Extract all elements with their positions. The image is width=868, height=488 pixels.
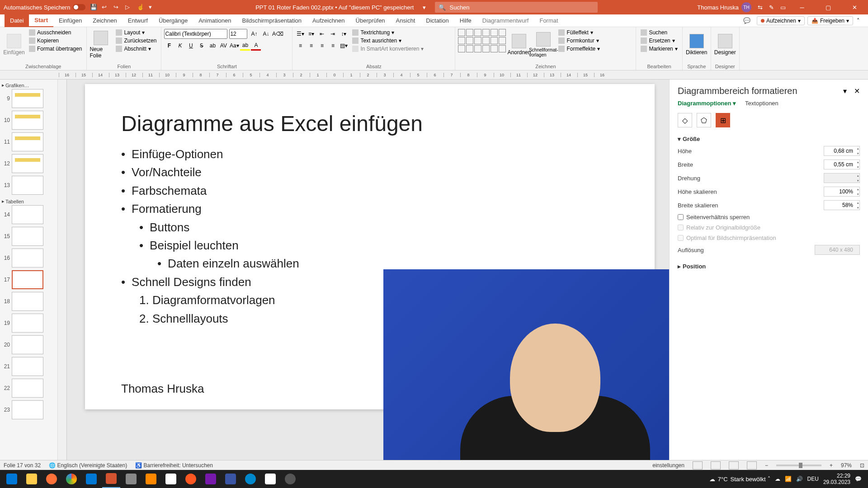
decrease-font-icon[interactable]: A↓ xyxy=(261,29,271,39)
underline-button[interactable]: U xyxy=(186,41,196,51)
columns-icon[interactable]: ▤▾ xyxy=(339,41,349,51)
replace-button[interactable]: Ersetzen ▾ xyxy=(639,37,679,44)
highlight-color-icon[interactable]: ab xyxy=(240,41,250,51)
slide-canvas[interactable]: Diagramme aus Excel einfügen Einfüge-Opt… xyxy=(58,80,669,462)
pane-close-icon[interactable]: ✕ xyxy=(854,87,860,95)
thumb-11[interactable]: 11 xyxy=(2,132,56,151)
language-indicator[interactable]: DEU xyxy=(807,476,819,482)
italic-button[interactable]: K xyxy=(175,41,185,51)
font-color-icon[interactable]: A xyxy=(251,41,261,51)
language-indicator[interactable]: 🌐 Englisch (Vereinigte Staaten) xyxy=(49,462,127,469)
align-left-icon[interactable]: ≡ xyxy=(295,41,305,51)
change-case-icon[interactable]: Aa▾ xyxy=(229,41,239,51)
shape-rect-icon[interactable] xyxy=(458,29,465,36)
undo-icon[interactable]: ↩ xyxy=(102,4,109,11)
shape-outline-button[interactable]: Formkontur ▾ xyxy=(557,37,602,44)
justify-icon[interactable]: ≡ xyxy=(328,41,338,51)
slideshow-view-icon[interactable] xyxy=(747,461,757,469)
tab-review[interactable]: Überprüfen xyxy=(350,14,391,27)
chrome-icon[interactable] xyxy=(62,470,80,488)
slide-title[interactable]: Diagramme aus Excel einfügen xyxy=(85,84,655,145)
weather-widget[interactable]: ☁ 7°C Stark bewölkt xyxy=(709,476,766,483)
dictate-button[interactable]: Diktieren xyxy=(685,29,708,61)
designer-button[interactable]: Designer xyxy=(714,29,736,61)
app-icon[interactable] xyxy=(122,470,140,488)
thumb-21[interactable]: 21 xyxy=(2,357,56,376)
width-input[interactable] xyxy=(824,160,860,169)
new-slide-button[interactable]: Neue Folie xyxy=(90,29,112,61)
font-size-select[interactable] xyxy=(229,29,247,39)
fit-to-window-icon[interactable]: ⊡ xyxy=(860,462,864,469)
slide-thumbnails-panel[interactable]: ▸ Grafiken… 9 10 11 12 13 ▸ Tabellen 14 … xyxy=(0,80,58,462)
thumb-19[interactable]: 19 xyxy=(2,314,56,333)
slideshow-icon[interactable]: ▷ xyxy=(125,4,132,11)
zoom-level[interactable]: 97% xyxy=(841,462,852,469)
bold-button[interactable]: F xyxy=(164,41,174,51)
clear-formatting-icon[interactable]: A⌫ xyxy=(273,29,283,39)
pane-tab-chart-options[interactable]: Diagrammoptionen ▾ xyxy=(678,100,736,107)
tab-home[interactable]: Start xyxy=(29,14,53,27)
start-button[interactable] xyxy=(3,470,21,488)
section-header[interactable]: ▸ Tabellen xyxy=(2,197,56,205)
select-button[interactable]: Markieren ▾ xyxy=(639,45,679,52)
position-section-header[interactable]: ▸ Position xyxy=(678,261,860,272)
save-icon[interactable]: 💾 xyxy=(90,4,97,11)
smartart-button[interactable]: In SmartArt konvertieren ▾ xyxy=(350,45,425,52)
tab-insert[interactable]: Einfügen xyxy=(53,14,87,27)
clock[interactable]: 22:29 29.03.2023 xyxy=(823,473,850,486)
line-spacing-icon[interactable]: ↕▾ xyxy=(339,29,349,39)
app-icon[interactable] xyxy=(261,470,279,488)
char-spacing-icon[interactable]: AV xyxy=(218,41,228,51)
thumb-16[interactable]: 16 xyxy=(2,249,56,267)
copy-button[interactable]: Kopieren xyxy=(27,37,84,44)
tab-help[interactable]: Hilfe xyxy=(454,14,477,27)
thumb-22[interactable]: 22 xyxy=(2,379,56,398)
thumb-18[interactable]: 18 xyxy=(2,292,56,311)
reset-button[interactable]: Zurücksetzen xyxy=(114,37,158,44)
shadow-button[interactable]: ab xyxy=(208,41,217,51)
scale-width-input[interactable] xyxy=(824,200,860,210)
sync-icon[interactable]: ⇆ xyxy=(758,4,763,11)
collapse-ribbon-icon[interactable]: ˄ xyxy=(853,17,863,24)
align-right-icon[interactable]: ≡ xyxy=(317,41,327,51)
file-explorer-icon[interactable] xyxy=(23,470,41,488)
window-layout-icon[interactable]: ▭ xyxy=(780,4,786,11)
tab-draw[interactable]: Zeichnen xyxy=(87,14,122,27)
find-button[interactable]: Suchen xyxy=(639,29,679,36)
telegram-icon[interactable] xyxy=(241,470,259,488)
tab-slideshow[interactable]: Bildschirmpräsentation xyxy=(236,14,307,27)
rotation-input[interactable] xyxy=(824,173,860,183)
layout-button[interactable]: Layout ▾ xyxy=(114,29,158,36)
cut-button[interactable]: Ausschneiden xyxy=(27,29,84,36)
search-box[interactable]: 🔍 xyxy=(435,2,598,13)
tab-file[interactable]: Datei xyxy=(5,14,29,27)
search-input[interactable] xyxy=(449,4,594,11)
format-painter-button[interactable]: Format übertragen xyxy=(27,45,84,52)
thumb-9[interactable]: 9 xyxy=(2,89,56,108)
tray-chevron-icon[interactable]: ˄ xyxy=(768,476,770,482)
tab-transitions[interactable]: Übergänge xyxy=(153,14,193,27)
record-button[interactable]: Aufzeichnen ▾ xyxy=(757,16,805,25)
quick-styles-button[interactable]: Schnellformat-vorlagen xyxy=(532,29,555,61)
comments-icon[interactable]: 💬 xyxy=(740,17,754,24)
size-section-header[interactable]: ▾ Größe xyxy=(678,134,860,144)
thumb-12[interactable]: 12 xyxy=(2,154,56,173)
thumb-14[interactable]: 14 xyxy=(2,205,56,224)
redo-icon[interactable]: ↪ xyxy=(113,4,121,11)
firefox-icon[interactable] xyxy=(42,470,61,488)
user-account[interactable]: Thomas Hruska TH xyxy=(697,2,751,12)
increase-indent-icon[interactable]: ⇥ xyxy=(328,29,338,39)
font-name-select[interactable] xyxy=(164,29,227,39)
tab-view[interactable]: Ansicht xyxy=(391,14,421,27)
section-button[interactable]: Abschnitt ▾ xyxy=(114,45,158,52)
maximize-button[interactable]: ▢ xyxy=(818,0,838,14)
thumb-17[interactable]: 17 xyxy=(2,270,56,289)
align-center-icon[interactable]: ≡ xyxy=(306,41,316,51)
shapes-gallery[interactable] xyxy=(458,29,506,52)
zoom-in-icon[interactable]: + xyxy=(830,462,833,469)
slide-counter[interactable]: Folie 17 von 32 xyxy=(4,462,41,469)
effects-icon[interactable]: ⬠ xyxy=(697,113,711,127)
notifications-icon[interactable]: 💬 xyxy=(855,476,862,482)
close-button[interactable]: ✕ xyxy=(844,0,864,14)
section-header[interactable]: ▸ Grafiken… xyxy=(2,81,56,89)
